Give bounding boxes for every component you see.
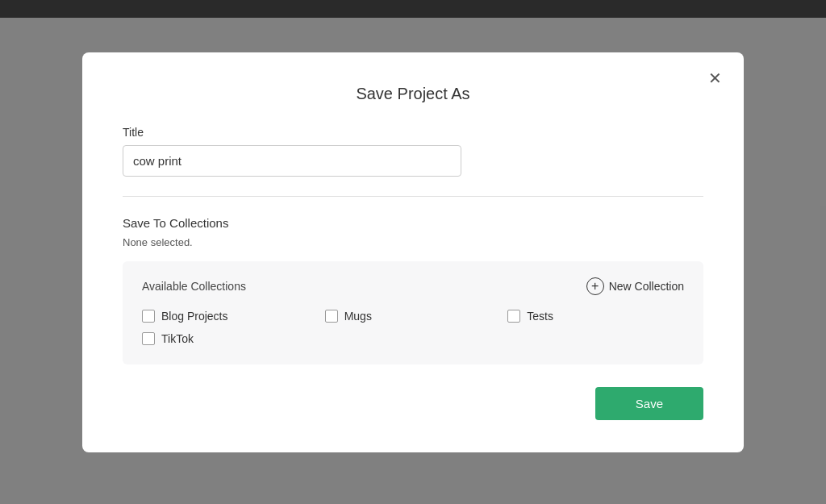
new-collection-button[interactable]: + New Collection: [586, 277, 684, 295]
save-button[interactable]: Save: [595, 387, 703, 420]
collection-name: Tests: [527, 310, 553, 323]
collection-checkbox[interactable]: [142, 332, 155, 345]
list-item[interactable]: Mugs: [325, 310, 502, 323]
collection-name: TikTok: [161, 332, 194, 345]
collections-grid: Blog ProjectsMugsTestsTikTok: [142, 310, 684, 345]
modal-footer: Save: [123, 387, 703, 420]
collection-checkbox[interactable]: [142, 310, 155, 323]
top-bar: [0, 0, 826, 18]
list-item[interactable]: Blog Projects: [142, 310, 319, 323]
save-project-modal: ✕ Save Project As Title Save To Collecti…: [82, 52, 744, 452]
collection-name: Blog Projects: [161, 310, 227, 323]
modal-title: Save Project As: [123, 85, 703, 103]
collection-name: Mugs: [344, 310, 372, 323]
close-button[interactable]: ✕: [702, 65, 728, 91]
list-item[interactable]: Tests: [507, 310, 684, 323]
section-divider: [123, 196, 703, 197]
collection-checkbox[interactable]: [507, 310, 520, 323]
new-collection-plus-icon: +: [586, 277, 604, 295]
collections-header: Available Collections + New Collection: [142, 277, 684, 295]
new-collection-label: New Collection: [609, 280, 684, 293]
title-label: Title: [123, 126, 703, 139]
collection-checkbox[interactable]: [325, 310, 338, 323]
list-item[interactable]: TikTok: [142, 332, 319, 345]
none-selected-text: None selected.: [123, 236, 703, 248]
save-to-collections-label: Save To Collections: [123, 216, 703, 230]
close-icon: ✕: [708, 70, 722, 86]
collections-box: Available Collections + New Collection B…: [123, 261, 703, 364]
title-input[interactable]: [123, 145, 461, 177]
available-collections-label: Available Collections: [142, 280, 246, 293]
